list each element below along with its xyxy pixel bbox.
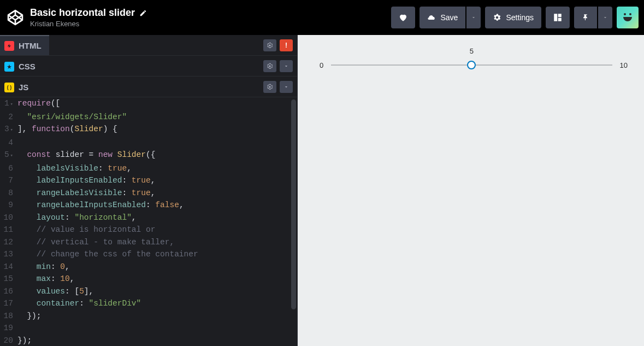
settings-label: Settings [506,13,534,22]
css-label: CSS [19,62,36,71]
css-settings-icon[interactable] [263,60,276,72]
editors-column: HTML ! CSS [0,35,298,346]
js-tab[interactable]: ( ) JS [0,77,36,97]
js-panel-header: ( ) JS [0,77,297,97]
css-panel-header: CSS [0,56,297,77]
code-line[interactable]: 3], function(Slider) { [0,123,297,137]
html-panel-header: HTML ! [0,35,297,56]
like-button[interactable] [391,7,415,28]
code-line[interactable]: 16 values: [5], [0,285,297,298]
svg-point-5 [269,86,271,87]
save-label: Save [440,13,458,22]
code-line[interactable]: 4 [0,137,297,149]
code-line[interactable]: 8 rangeLabelsVisible: true, [0,187,297,200]
js-collapse-icon[interactable] [280,81,293,93]
code-line[interactable]: 15 max: 10, [0,273,297,285]
header-buttons: Save Settings [391,7,639,28]
save-button[interactable]: Save [420,7,465,28]
html-error-icon[interactable]: ! [280,39,293,51]
code-line[interactable]: 14 min: 0, [0,261,297,273]
edit-title-icon[interactable] [139,9,147,17]
code-line[interactable]: 1require([ [0,97,297,111]
code-line[interactable]: 2 "esri/widgets/Slider" [0,111,297,124]
save-dropdown-button[interactable] [466,7,481,28]
code-line[interactable]: 6 labelsVisible: true, [0,162,297,175]
html-tab[interactable]: HTML [0,35,49,55]
code-line[interactable]: 18 }); [0,310,297,322]
code-line[interactable]: 20}); [0,335,297,347]
js-icon: ( ) [4,83,14,92]
code-line[interactable]: 9 rangeLabelInputsEnabled: false, [0,199,297,212]
html-label: HTML [19,41,42,50]
code-line[interactable]: 12 // vertical - to make taller, [0,236,297,249]
css-collapse-icon[interactable] [280,60,293,72]
code-line[interactable]: 11 // value is horizontal or [0,224,297,236]
svg-rect-2 [558,18,562,21]
code-line[interactable]: 17 container: "sliderDiv" [0,297,297,310]
code-line[interactable]: 7 labelInputsEnabled: true, [0,174,297,187]
css-icon [4,62,14,72]
slider-thumb[interactable] [467,61,476,69]
pen-author[interactable]: Kristian Ekenes [30,20,147,28]
svg-rect-1 [558,14,562,17]
codepen-logo[interactable] [5,8,25,27]
svg-point-4 [269,65,271,67]
css-tab[interactable]: CSS [0,56,43,76]
slider-max-label: 10 [620,61,628,69]
js-code-editor[interactable]: 1require([2 "esri/widgets/Slider"3], fun… [0,97,297,346]
pin-dropdown-button[interactable] [598,7,612,28]
editor-scrollbar[interactable] [291,99,296,338]
html-settings-icon[interactable] [263,39,276,51]
svg-point-3 [269,44,271,46]
svg-rect-0 [554,14,557,21]
slider-track[interactable]: 5 [331,60,612,70]
pen-title[interactable]: Basic horizontal slider [30,7,135,19]
js-label: JS [19,83,28,92]
code-line[interactable]: 13 // change the css of the container [0,248,297,261]
app-header: Basic horizontal slider Kristian Ekenes … [0,0,644,35]
js-settings-icon[interactable] [263,81,276,93]
slider-min-label: 0 [320,61,323,69]
result-preview: 0 5 10 [298,35,644,346]
slider-widget: 0 5 10 [320,57,628,70]
slider-value-label: 5 [470,47,474,55]
html-icon [4,41,14,51]
code-line[interactable]: 5 const slider = new Slider({ [0,149,297,162]
code-line[interactable]: 10 layout: "horizontal", [0,212,297,224]
pin-button[interactable] [574,7,597,28]
settings-button[interactable]: Settings [485,7,541,28]
user-avatar[interactable] [617,7,639,28]
layout-button[interactable] [546,7,570,28]
code-line[interactable]: 19 [0,322,297,335]
